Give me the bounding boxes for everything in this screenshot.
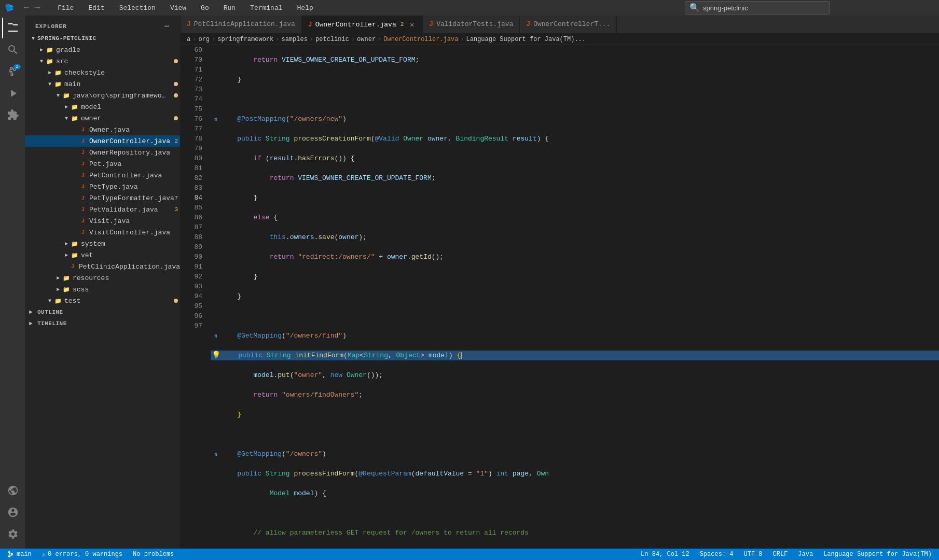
bc-org[interactable]: org [198, 36, 210, 43]
svg-marker-0 [5, 4, 11, 12]
tree-item-PetValidator.java[interactable]: J PetValidator.java 3 [25, 204, 180, 215]
folder-arrow-icon: ► [62, 240, 71, 248]
tree-item-vet[interactable]: ► 📁 vet [25, 249, 180, 261]
folder-arrow-icon: ► [54, 274, 62, 282]
tree-item-owner[interactable]: ▼ 📁 owner [25, 113, 180, 124]
spacer [71, 137, 79, 145]
tree-item-test[interactable]: ▼ 📁 test [25, 295, 180, 306]
code-content[interactable]: return VIEWS_OWNER_CREATE_OR_UPDATE_FORM… [206, 45, 939, 549]
bc-petclinic[interactable]: petclinic [315, 36, 349, 43]
tree-item-resources[interactable]: ► 📁 resources [25, 272, 180, 284]
tree-item-main[interactable]: ▼ 📁 main [25, 78, 180, 90]
activity-accounts[interactable] [2, 502, 23, 523]
tree-item-label: OwnerRepository.java [89, 149, 170, 157]
tree-item-system[interactable]: ► 📁 system [25, 238, 180, 249]
status-errors[interactable]: ⚠ 0 errors, 0 warnings [40, 551, 125, 558]
activity-remote[interactable] [2, 480, 23, 501]
tree-item-scss[interactable]: ► 📁 scss [25, 284, 180, 295]
spacer [71, 194, 79, 202]
code-editor[interactable]: 69 70 71 72 73 74 75 76 77 78 79 80 81 8… [181, 45, 939, 549]
tree-item-OwnerRepository.java[interactable]: J OwnerRepository.java [25, 147, 180, 158]
tree-item-Visit.java[interactable]: J Visit.java [25, 215, 180, 227]
tab-ownercontrollerT[interactable]: J OwnerControllerT... [520, 16, 617, 33]
tree-item-PetClinicApplication.java[interactable]: J PetClinicApplication.java [25, 261, 180, 272]
bc-owner[interactable]: owner [357, 36, 376, 43]
java-file-icon: J [79, 148, 87, 157]
modified-indicator [174, 93, 178, 97]
git-badge: 2 [13, 64, 21, 69]
activity-settings[interactable] [2, 524, 23, 544]
tree-item-VisitController.java[interactable]: J VisitController.java [25, 227, 180, 238]
menu-view[interactable]: View [167, 3, 189, 13]
back-button[interactable]: ← [22, 2, 31, 13]
folder-icon: 📁 [71, 103, 79, 111]
folder-icon: 📁 [46, 57, 54, 65]
bc-a[interactable]: a [187, 36, 190, 43]
editor-area: J PetClinicApplication.java J OwnerContr… [181, 16, 939, 549]
tree-item-java[interactable]: ▼ 📁 java\org\springframework\samples\pe.… [25, 90, 180, 101]
tab-ownercontroller[interactable]: J OwnerController.java 2 ✕ [302, 16, 423, 33]
menu-file[interactable]: File [54, 3, 77, 13]
menu-help[interactable]: Help [294, 3, 316, 13]
tree-item-Owner.java[interactable]: J Owner.java [25, 124, 180, 135]
activity-bar: 2 [0, 16, 25, 549]
code-line-78: this.owners.save(owner); [211, 232, 939, 242]
menu-terminal[interactable]: Terminal [247, 3, 285, 13]
menu-run[interactable]: Run [220, 3, 239, 13]
tree-item-Pet.java[interactable]: J Pet.java [25, 158, 180, 170]
search-input[interactable] [703, 4, 825, 12]
tab-petclinic[interactable]: J PetClinicApplication.java [181, 16, 302, 33]
activity-extensions[interactable] [2, 105, 23, 125]
tab-close-button[interactable]: ✕ [408, 20, 416, 29]
timeline-section[interactable]: ► TIMELINE [25, 318, 180, 329]
bc-samples[interactable]: samples [281, 36, 307, 43]
code-line-84: 💡 public String initFindForm(Map<String,… [211, 351, 939, 360]
sidebar-menu-button[interactable]: ⋯ [165, 22, 170, 31]
status-branch[interactable]: main [5, 551, 34, 558]
folder-icon: 📁 [54, 68, 62, 77]
tree-item-PetType.java[interactable]: J PetType.java [25, 181, 180, 192]
activity-debug[interactable] [2, 83, 23, 104]
file-tree: ▼ SPRING-PETCLINIC ► 📁 gradle ▼ 📁 src [25, 33, 180, 549]
tree-item-model[interactable]: ► 📁 model [25, 101, 180, 113]
bc-springframework[interactable]: springframework [217, 36, 273, 43]
status-eol[interactable]: CRLF [771, 551, 790, 558]
tab-validatortests[interactable]: J ValidatorTests.java [423, 16, 520, 33]
tree-item-src[interactable]: ▼ 📁 src [25, 55, 180, 67]
menu-edit[interactable]: Edit [85, 3, 107, 13]
status-bar: main ⚠ 0 errors, 0 warnings No problems … [0, 549, 939, 560]
spacer [71, 205, 79, 214]
status-language[interactable]: Java [796, 551, 815, 558]
forward-button[interactable]: → [33, 2, 43, 13]
sidebar-title: EXPLORER [35, 23, 67, 30]
folder-arrow-icon: ► [54, 285, 62, 293]
tree-item-OwnerController.java[interactable]: J OwnerController.java 2 [25, 135, 180, 147]
tree-project-root[interactable]: ▼ SPRING-PETCLINIC [25, 33, 180, 44]
tree-item-label: PetValidator.java [89, 206, 158, 214]
status-indent[interactable]: Spaces: 4 [698, 551, 736, 558]
outline-section[interactable]: ► OUTLINE [25, 306, 180, 318]
menu-selection[interactable]: Selection [116, 3, 159, 13]
status-lang-support[interactable]: Language Support for Java(TM) [821, 551, 934, 558]
lightbulb-icon[interactable]: 💡 [211, 351, 221, 360]
java-tab-icon: J [526, 20, 530, 28]
activity-explorer[interactable] [2, 18, 23, 38]
bc-lang-support[interactable]: Language Support for Java(TM)... [466, 36, 586, 43]
tree-item-PetController.java[interactable]: J PetController.java [25, 170, 180, 181]
menu-go[interactable]: Go [198, 3, 212, 13]
status-position[interactable]: Ln 84, Col 12 [639, 551, 692, 558]
folder-icon: 📁 [54, 297, 62, 305]
tree-item-gradle[interactable]: ► 📁 gradle [25, 44, 180, 55]
status-encoding[interactable]: UTF-8 [742, 551, 765, 558]
global-search-bar[interactable]: 🔍 [685, 1, 830, 15]
modified-indicator [174, 116, 178, 120]
code-line-88 [211, 429, 939, 439]
lang-support-label: Language Support for Java(TM) [823, 551, 932, 558]
activity-git[interactable]: 2 [2, 61, 23, 82]
status-problems[interactable]: No problems [131, 551, 176, 558]
tree-item-PetTypeFormatter.java[interactable]: J PetTypeFormatter.java 7 [25, 192, 180, 204]
bc-file[interactable]: OwnerController.java [383, 36, 458, 43]
activity-search[interactable] [2, 39, 23, 60]
folder-icon: 📁 [71, 114, 79, 122]
tree-item-checkstyle[interactable]: ► 📁 checkstyle [25, 67, 180, 78]
